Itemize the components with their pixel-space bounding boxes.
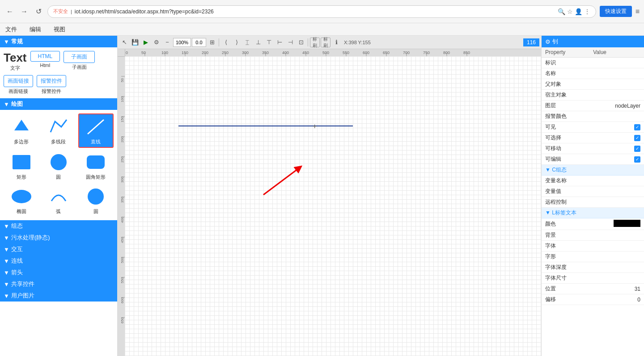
selectable-checkbox[interactable]: ✓ (634, 135, 640, 141)
editable-checkbox[interactable]: ✓ (634, 156, 640, 163)
reload-button[interactable]: ↺ (33, 6, 44, 17)
menu-expand-icon[interactable]: ≡ (636, 8, 640, 16)
section-group-header[interactable]: ▼ 组态 (0, 220, 117, 232)
prop-value-parent[interactable] (589, 79, 644, 90)
tb-btn-3[interactable]: ⌶ (242, 38, 252, 47)
prop-value-font[interactable] (589, 241, 644, 251)
settings-button[interactable]: ⚙ (152, 38, 161, 47)
polygon-icon (13, 118, 30, 136)
prop-value-color[interactable] (589, 218, 644, 230)
minus-button[interactable]: − (162, 38, 172, 47)
save-button[interactable]: 💾 (130, 38, 140, 47)
offset-input[interactable]: 0.0 (192, 38, 206, 47)
rect-component[interactable]: 矩形 (4, 150, 39, 182)
text-component[interactable]: Text 文字 (4, 51, 27, 71)
select-tool-button[interactable]: ↖ (119, 38, 129, 47)
screen-link-button[interactable]: 画面链接 (4, 75, 33, 87)
section-connect-header[interactable]: ▼ 连线 (0, 255, 117, 267)
tb-btn-8[interactable]: ⊡ (296, 38, 306, 47)
tb-btn-2[interactable]: ⟩ (232, 38, 242, 47)
polygon-component[interactable]: 多边形 (4, 113, 39, 148)
prop-value-alarm-color[interactable] (589, 111, 644, 122)
section-normal-header[interactable]: ▼ 常规 (0, 36, 117, 47)
prop-value-visible[interactable]: ✓ (589, 122, 644, 133)
zoom-input[interactable]: 100% (173, 38, 191, 47)
forward-button[interactable]: → (19, 6, 30, 17)
canvas-area: ↖ 💾 ▶ ⚙ − 100% 0.0 ⊞ ⟨ ⟩ ⌶ ⊥ ⊤ ⊢ ⊣ ⊡ 标刷 … (118, 36, 541, 356)
prop-value-font-size[interactable] (589, 273, 644, 284)
prop-row-editable: 可编辑 ✓ (542, 154, 644, 165)
fill-circle-component[interactable]: 圆 (78, 184, 114, 217)
ellipse-shape (12, 190, 31, 203)
prop-value-selectable[interactable]: ✓ (589, 133, 644, 143)
round-rect-component[interactable]: 圆角矩形 (78, 150, 114, 182)
canvas-grid[interactable]: + (125, 56, 541, 356)
prop-value-remote[interactable] (623, 197, 644, 208)
line-component[interactable]: 直线 (78, 113, 114, 148)
prop-value-var-name[interactable] (623, 176, 644, 186)
tb-btn-9[interactable]: 标刷 (310, 38, 320, 47)
menu-file[interactable]: 文件 (4, 25, 19, 34)
prop-value-font-style[interactable] (589, 251, 644, 262)
tb-btn-1[interactable]: ⟨ (221, 38, 231, 47)
arc-component[interactable]: 弧 (41, 184, 76, 217)
prop-value-name[interactable] (589, 68, 644, 79)
tb-btn-7[interactable]: ⊣ (285, 38, 295, 47)
prop-value-host[interactable] (589, 90, 644, 101)
canvas-viewport[interactable]: + (125, 56, 541, 356)
grid-button[interactable]: ⊞ (207, 38, 217, 47)
right-panel-header: ⚙ 钊 (542, 36, 644, 47)
section-shared-header[interactable]: ▼ 共享控件 (0, 278, 117, 290)
section-group-arrow: ▼ (4, 223, 9, 230)
section-draw-header[interactable]: ▼ 绘图 (0, 98, 117, 110)
tb-btn-4[interactable]: ⊥ (253, 38, 263, 47)
section-arrow-label: 箭头 (11, 268, 23, 276)
alarm-button[interactable]: 报警控件 (37, 75, 66, 87)
browser-chrome: ← → ↺ 不安全 | iot.idosp.net/html/scada/edi… (0, 0, 644, 23)
prop-value-bg[interactable] (589, 230, 644, 241)
subcanvas-button[interactable]: 子画面 (64, 51, 95, 63)
prop-value-editable[interactable]: ✓ (589, 154, 644, 165)
prop-value-offset[interactable]: 0 (589, 294, 644, 305)
prop-value-layer[interactable]: nodeLayer (589, 101, 644, 111)
prop-value-id[interactable] (589, 58, 644, 68)
html-button[interactable]: HTML (30, 51, 60, 62)
alarm-component[interactable]: 报警控件 报警控件 (37, 75, 66, 95)
col-value-header: Value (589, 47, 644, 58)
counter-badge: 116 (523, 38, 539, 46)
prop-value-font-depth[interactable] (589, 262, 644, 273)
polyline-component[interactable]: 多线段 (41, 113, 76, 148)
ruler-row: 0 50 100 150 200 250 300 (118, 49, 541, 56)
play-button[interactable]: ▶ (141, 38, 151, 47)
url-bar[interactable]: 不安全 | iot.idosp.net/html/scada/editor.as… (47, 5, 596, 18)
section-sewage-header[interactable]: ▼ 污水处理(静态) (0, 232, 117, 243)
circle-label: 圆 (56, 174, 61, 180)
prop-label-offset: 偏移 (542, 294, 589, 305)
prop-value-var-val[interactable] (623, 186, 644, 197)
section-interact-header[interactable]: ▼ 交互 (0, 243, 117, 255)
screen-link-component[interactable]: 画面链接 画面链接 (4, 75, 33, 95)
menu-edit[interactable]: 编辑 (28, 25, 43, 34)
prop-row-font: 字体 (542, 241, 644, 251)
section-user-img-header[interactable]: ▼ 用户图片 (0, 290, 117, 302)
html-component[interactable]: HTML Html (30, 51, 60, 68)
ruler-corner (118, 49, 125, 56)
back-button[interactable]: ← (4, 6, 15, 17)
circle-component[interactable]: 圆 (41, 150, 76, 182)
tb-btn-10[interactable]: 标刷 (321, 38, 330, 47)
prop-value-movable[interactable]: ✓ (589, 143, 644, 154)
prop-value-position[interactable]: 31 (589, 284, 644, 294)
link-alarm-row: 画面链接 画面链接 报警控件 报警控件 (0, 75, 117, 98)
ellipse-component[interactable]: 椭圆 (4, 184, 39, 217)
color-swatch[interactable] (614, 220, 640, 227)
subcanvas-component[interactable]: 子画面 子画面 (64, 51, 95, 71)
html-sub-label: Html (40, 63, 51, 68)
quick-settings-button[interactable]: 快速设置 (600, 6, 632, 17)
tb-btn-5[interactable]: ⊤ (264, 38, 274, 47)
menu-view[interactable]: 视图 (52, 25, 67, 34)
tb-btn-6[interactable]: ⊢ (275, 38, 284, 47)
info-button[interactable]: ℹ (331, 38, 341, 47)
visible-checkbox[interactable]: ✓ (634, 124, 640, 130)
section-arrow-header[interactable]: ▼ 箭头 (0, 267, 117, 278)
movable-checkbox[interactable]: ✓ (634, 146, 640, 152)
